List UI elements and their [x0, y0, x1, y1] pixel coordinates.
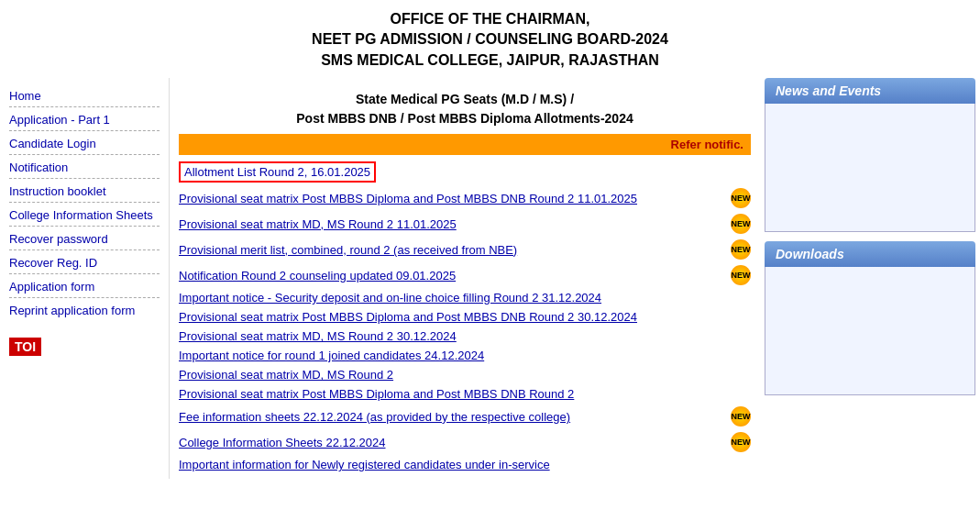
- subtitle-line1: State Medical PG Seats (M.D / M.S) /: [179, 90, 751, 109]
- news-list-item: Important notice - Security deposit and …: [179, 288, 751, 307]
- news-link[interactable]: Provisional seat matrix MD, MS Round 2 3…: [179, 329, 751, 343]
- new-badge: NEW: [731, 406, 751, 427]
- header-line2: NEET PG ADMISSION / COUNSELING BOARD-202…: [312, 31, 668, 47]
- news-list-item: Important notice for round 1 joined cand…: [179, 346, 751, 365]
- divider-5: [9, 202, 160, 203]
- news-link[interactable]: Allotment List Round 2, 16.01.2025: [179, 161, 751, 183]
- news-list-item: Notification Round 2 counseling updated …: [179, 262, 751, 288]
- news-link[interactable]: Provisional seat matrix Post MBBS Diplom…: [179, 310, 751, 324]
- news-list-item: Provisional seat matrix Post MBBS Diplom…: [179, 307, 751, 327]
- news-list-item: Provisional seat matrix MD, MS Round 2 1…: [179, 211, 751, 237]
- header-line1: OFFICE OF THE CHAIRMAN,: [391, 11, 590, 27]
- main-layout: Home Application - Part 1 Candidate Logi…: [0, 78, 980, 479]
- news-link[interactable]: Provisional seat matrix MD, MS Round 2 1…: [179, 217, 727, 231]
- new-badge: NEW: [731, 239, 751, 260]
- news-link[interactable]: Provisional seat matrix MD, MS Round 2: [179, 368, 751, 382]
- news-list-item: Provisional seat matrix Post MBBS Diplom…: [179, 185, 751, 211]
- new-badge: NEW: [731, 214, 751, 234]
- divider-2: [9, 130, 160, 131]
- news-link[interactable]: Provisional merit list, combined, round …: [179, 243, 727, 257]
- news-list-item: Important information for Newly register…: [179, 455, 751, 474]
- sidebar-item-recover-password[interactable]: Recover password: [9, 228, 160, 248]
- news-events-body: [765, 104, 975, 232]
- header-line3: SMS MEDICAL COLLEGE, JAIPUR, RAJASTHAN: [321, 52, 659, 68]
- news-list-item: Provisional seat matrix MD, MS Round 2 3…: [179, 327, 751, 346]
- news-list-item: College Information Sheets 22.12.2024NEW: [179, 429, 751, 455]
- orange-bar: Refer notific.: [179, 134, 751, 155]
- subtitle-line2: Post MBBS DNB / Post MBBS Diploma Allotm…: [179, 109, 751, 128]
- sidebar-item-instruction-booklet[interactable]: Instruction booklet: [9, 181, 160, 200]
- news-list-item: Provisional seat matrix MD, MS Round 2: [179, 365, 751, 384]
- news-link[interactable]: Provisional seat matrix Post MBBS Diplom…: [179, 387, 751, 401]
- new-badge: NEW: [731, 188, 751, 208]
- news-link[interactable]: Fee information sheets 22.12.2024 (as pr…: [179, 410, 727, 424]
- news-link[interactable]: College Information Sheets 22.12.2024: [179, 436, 727, 449]
- news-events-panel: News and Events: [765, 78, 975, 232]
- divider-6: [9, 226, 160, 227]
- sidebar-item-home[interactable]: Home: [9, 85, 160, 105]
- divider-8: [9, 273, 160, 274]
- news-list-item: Fee information sheets 22.12.2024 (as pr…: [179, 404, 751, 429]
- news-list-item: Provisional seat matrix Post MBBS Diplom…: [179, 384, 751, 404]
- news-list-item: Allotment List Round 2, 16.01.2025: [179, 159, 751, 185]
- news-list-item: Provisional merit list, combined, round …: [179, 237, 751, 262]
- sidebar: Home Application - Part 1 Candidate Logi…: [0, 78, 170, 479]
- divider-9: [9, 297, 160, 298]
- news-link[interactable]: Notification Round 2 counseling updated …: [179, 269, 727, 283]
- divider-3: [9, 154, 160, 155]
- sidebar-item-application-part1[interactable]: Application - Part 1: [9, 109, 160, 128]
- main-content: State Medical PG Seats (M.D / M.S) / Pos…: [170, 78, 760, 479]
- sidebar-item-candidate-login[interactable]: Candidate Login: [9, 133, 160, 152]
- new-badge: NEW: [731, 265, 751, 285]
- header: OFFICE OF THE CHAIRMAN, NEET PG ADMISSIO…: [0, 0, 980, 78]
- sidebar-item-college-info-sheets[interactable]: College Information Sheets: [9, 205, 160, 224]
- downloads-body: [765, 267, 975, 395]
- divider-1: [9, 106, 160, 107]
- divider-7: [9, 249, 160, 250]
- divider-4: [9, 178, 160, 179]
- sidebar-item-recover-reg-id[interactable]: Recover Reg. ID: [9, 252, 160, 272]
- news-link[interactable]: Important information for Newly register…: [179, 458, 751, 471]
- sidebar-item-notification[interactable]: Notification: [9, 157, 160, 176]
- news-link[interactable]: Important notice - Security deposit and …: [179, 291, 751, 305]
- sidebar-item-application-form[interactable]: Application form: [9, 276, 160, 295]
- news-events-header: News and Events: [765, 78, 975, 104]
- news-link[interactable]: Important notice for round 1 joined cand…: [179, 349, 751, 362]
- news-link[interactable]: Provisional seat matrix Post MBBS Diplom…: [179, 192, 727, 205]
- downloads-header: Downloads: [765, 241, 975, 267]
- new-badge: NEW: [731, 432, 751, 452]
- downloads-panel: Downloads: [765, 241, 975, 395]
- toi-badge[interactable]: TOI: [9, 338, 41, 356]
- subtitle: State Medical PG Seats (M.D / M.S) / Pos…: [179, 83, 751, 134]
- sidebar-item-reprint-application-form[interactable]: Reprint application form: [9, 300, 160, 319]
- right-sidebar: News and Events Downloads: [760, 78, 980, 479]
- news-list: Allotment List Round 2, 16.01.2025Provis…: [179, 159, 751, 474]
